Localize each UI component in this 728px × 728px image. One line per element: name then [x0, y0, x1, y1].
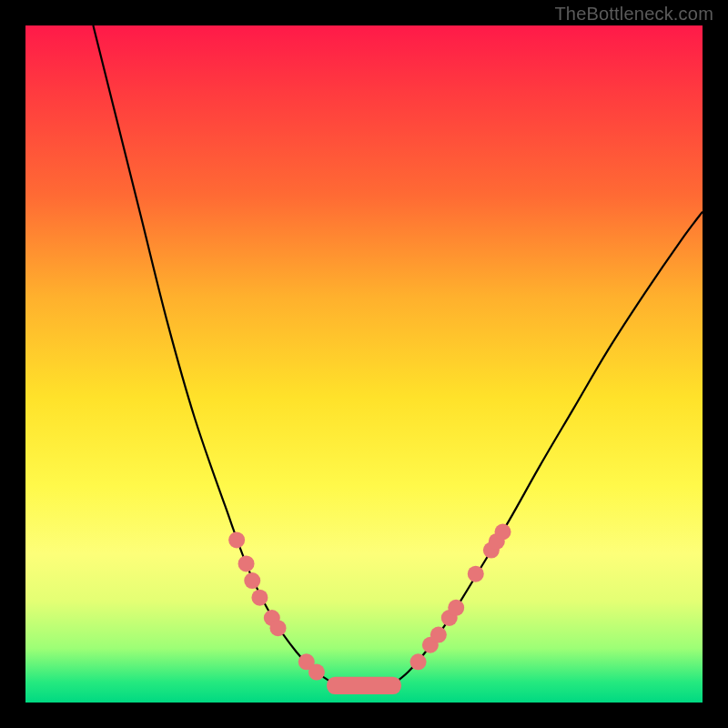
data-dot [495, 524, 511, 541]
plot-area [25, 25, 703, 703]
data-dot [270, 620, 287, 636]
data-dot [228, 531, 245, 548]
curve-left-arm [93, 25, 337, 685]
curve-layer [25, 25, 703, 703]
curve-right-arm [391, 212, 703, 686]
watermark-text: TheBottleneck.com [554, 4, 713, 25]
data-dot [410, 653, 427, 670]
dots-right-group [410, 524, 511, 671]
data-dot [244, 572, 260, 589]
data-dot [430, 627, 447, 643]
data-dot [251, 590, 268, 606]
data-dot [308, 664, 325, 681]
valley-bar [327, 677, 401, 694]
data-dot [238, 555, 255, 571]
data-dot [468, 566, 484, 582]
chart-root: TheBottleneck.com [0, 0, 728, 728]
data-dot [448, 600, 464, 616]
